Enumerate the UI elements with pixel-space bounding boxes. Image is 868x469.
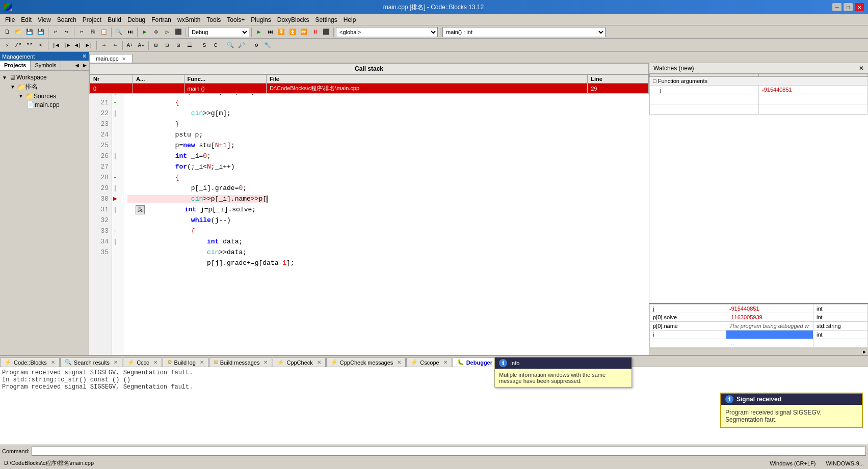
menu-search[interactable]: Search bbox=[54, 15, 80, 24]
bottom-tab-codeblocks[interactable]: ⚡ Code::Blocks ✕ bbox=[0, 357, 60, 367]
tb2-btn15[interactable]: ⊡ bbox=[173, 40, 183, 50]
bottom-tab-search[interactable]: 🔍 Search results ✕ bbox=[60, 357, 122, 367]
tb2-btn9[interactable]: ⇒ bbox=[99, 40, 109, 50]
bottom-tab-buildlog[interactable]: ⚙ Build log ✕ bbox=[163, 357, 208, 367]
tab-search-close[interactable]: ✕ bbox=[114, 360, 118, 365]
sidebar-tab-projects[interactable]: Projects bbox=[0, 61, 31, 70]
tab-buildlog-close[interactable]: ✕ bbox=[200, 360, 204, 365]
debug-stop-btn[interactable]: ⬛ bbox=[321, 27, 331, 37]
tb2-btn7[interactable]: ◀| bbox=[73, 40, 83, 50]
tb2-btn4[interactable]: < bbox=[36, 40, 46, 50]
sidebar-nav-left[interactable]: ◀ bbox=[73, 61, 81, 70]
tab-cscope-close[interactable]: ✕ bbox=[443, 360, 448, 365]
bottom-tab-buildmsg[interactable]: ✉ Build messages ✕ bbox=[209, 357, 273, 367]
tb2-btn2[interactable]: /* bbox=[13, 40, 23, 50]
menu-view[interactable]: View bbox=[35, 15, 54, 24]
find-btn[interactable]: 🔍 bbox=[114, 27, 124, 37]
tb2-btn13[interactable]: ⊞ bbox=[151, 40, 161, 50]
tab-cppcheckmsg-close[interactable]: ✕ bbox=[397, 360, 401, 365]
watches-scrollbar[interactable]: ▶ bbox=[649, 348, 868, 355]
tree-workspace[interactable]: ▼ 🖥 Workspace bbox=[2, 73, 87, 82]
tree-project[interactable]: ▼ 📁 排名 bbox=[10, 82, 87, 92]
callstack-row-0[interactable]: 0 main () D:\CodeBlocks\c程序\排名\main.cpp … bbox=[90, 84, 648, 94]
menu-project[interactable]: Project bbox=[80, 15, 104, 24]
build-btn[interactable]: ⚙ bbox=[151, 27, 161, 37]
gutter-21: | bbox=[113, 109, 117, 117]
tb2-zoom-in[interactable]: 🔍 bbox=[225, 40, 235, 50]
tb2-extra1[interactable]: ⚙ bbox=[251, 40, 261, 50]
menu-file[interactable]: File bbox=[2, 15, 18, 24]
tb2-btn14[interactable]: ⊟ bbox=[162, 40, 172, 50]
menu-settings[interactable]: Settings bbox=[312, 15, 340, 24]
expand-icon[interactable]: □ bbox=[653, 78, 656, 84]
stop-btn[interactable]: ⬛ bbox=[173, 27, 183, 37]
debug-next-btn[interactable]: ⏩ bbox=[299, 27, 309, 37]
undo-btn[interactable]: ↩ bbox=[50, 27, 61, 37]
scope-combo[interactable]: <global> bbox=[336, 27, 438, 37]
tb2-c[interactable]: C bbox=[211, 40, 221, 50]
run-btn[interactable]: ▷ bbox=[162, 27, 172, 37]
menu-plugins[interactable]: Plugins bbox=[248, 15, 274, 24]
tb2-btn10[interactable]: ⇐ bbox=[110, 40, 120, 50]
menu-wxsmith[interactable]: wxSmith bbox=[174, 15, 203, 24]
menu-fortran[interactable]: Fortran bbox=[148, 15, 174, 24]
command-input[interactable] bbox=[32, 447, 866, 456]
copy-btn[interactable]: ⎘ bbox=[88, 27, 98, 37]
sep4 bbox=[137, 27, 138, 37]
build-run-btn[interactable]: ▶ bbox=[140, 27, 150, 37]
watches-close-icon[interactable]: ✕ bbox=[859, 65, 864, 72]
signal-message: Program received signal SIGSEGV, Segment… bbox=[725, 409, 822, 423]
tab-cb-close[interactable]: ✕ bbox=[51, 360, 55, 365]
sidebar-nav-right[interactable]: ▶ bbox=[81, 61, 89, 70]
bottom-tab-cccc[interactable]: ⚡ Cccc ✕ bbox=[123, 357, 162, 367]
menu-doxyblocks[interactable]: DoxyBlocks bbox=[274, 15, 312, 24]
save-all-btn[interactable]: 💾 bbox=[36, 27, 46, 37]
new-btn[interactable]: 🗋 bbox=[2, 27, 12, 37]
sidebar-tab-symbols[interactable]: Symbols bbox=[31, 61, 61, 70]
bottom-tab-cppcheck[interactable]: ⚡ CppCheck ✕ bbox=[273, 357, 325, 367]
sidebar-close-icon[interactable]: ✕ bbox=[82, 53, 87, 60]
debug-step-btn[interactable]: ⏭ bbox=[265, 27, 275, 37]
bottom-tab-cscope[interactable]: ⚡ Cscope ✕ bbox=[406, 357, 452, 367]
tab-cccc-close[interactable]: ✕ bbox=[153, 360, 157, 365]
debug-break-btn[interactable]: ⏸ bbox=[310, 27, 320, 37]
debug-step-in-btn[interactable]: ⏬ bbox=[276, 27, 286, 37]
tb2-btn5[interactable]: |◀ bbox=[50, 40, 61, 50]
tb2-zoom-out[interactable]: 🔎 bbox=[236, 40, 247, 50]
cut-btn[interactable]: ✂ bbox=[76, 27, 87, 37]
menu-help[interactable]: Help bbox=[340, 15, 359, 24]
tb2-btn6[interactable]: |▶ bbox=[62, 40, 72, 50]
menu-tools[interactable]: Tools bbox=[203, 15, 224, 24]
minimize-button[interactable]: ─ bbox=[832, 3, 841, 11]
debug-start-btn[interactable]: ▶ bbox=[254, 27, 264, 37]
find-next-btn[interactable]: ⏭ bbox=[125, 27, 135, 37]
close-button[interactable]: ✕ bbox=[855, 3, 864, 11]
menu-debug[interactable]: Debug bbox=[124, 15, 148, 24]
tree-sources[interactable]: ▼ 📁 Sources bbox=[18, 92, 87, 100]
function-combo[interactable]: main() : int bbox=[442, 27, 606, 37]
tb2-btn3[interactable]: ** bbox=[24, 40, 35, 50]
open-btn[interactable]: 📂 bbox=[13, 27, 23, 37]
tb2-btn16[interactable]: ☰ bbox=[185, 40, 195, 50]
tab-buildmsg-close[interactable]: ✕ bbox=[264, 360, 268, 365]
tab-cppcheck-close[interactable]: ✕ bbox=[317, 360, 321, 365]
save-btn[interactable]: 💾 bbox=[24, 27, 35, 37]
tree-main-file[interactable]: 📄 main.cpp bbox=[27, 100, 87, 109]
redo-btn[interactable]: ↪ bbox=[62, 27, 72, 37]
tb2-btn11[interactable]: A+ bbox=[125, 40, 135, 50]
debug-step-out-btn[interactable]: ⏫ bbox=[287, 27, 298, 37]
config-combo[interactable]: Debug Release bbox=[188, 27, 249, 37]
tb2-extra2[interactable]: 🔧 bbox=[262, 40, 273, 50]
tb2-btn12[interactable]: A- bbox=[136, 40, 146, 50]
paste-btn[interactable]: 📋 bbox=[99, 27, 109, 37]
tb2-btn8[interactable]: ▶| bbox=[84, 40, 94, 50]
maximize-button[interactable]: □ bbox=[844, 3, 853, 11]
bottom-tab-cppcheckmsg[interactable]: ⚡ CppCheck messages ✕ bbox=[326, 357, 406, 367]
menu-edit[interactable]: Edit bbox=[18, 15, 35, 24]
menu-tools-plus[interactable]: Tools+ bbox=[224, 15, 248, 24]
menu-build[interactable]: Build bbox=[104, 15, 124, 24]
editor-tab-close-icon[interactable]: ✕ bbox=[122, 56, 126, 62]
tb2-search[interactable]: S bbox=[199, 40, 209, 50]
editor-tab-main[interactable]: main.cpp ✕ bbox=[89, 54, 133, 63]
tb2-btn1[interactable]: ⚡ bbox=[2, 40, 12, 50]
